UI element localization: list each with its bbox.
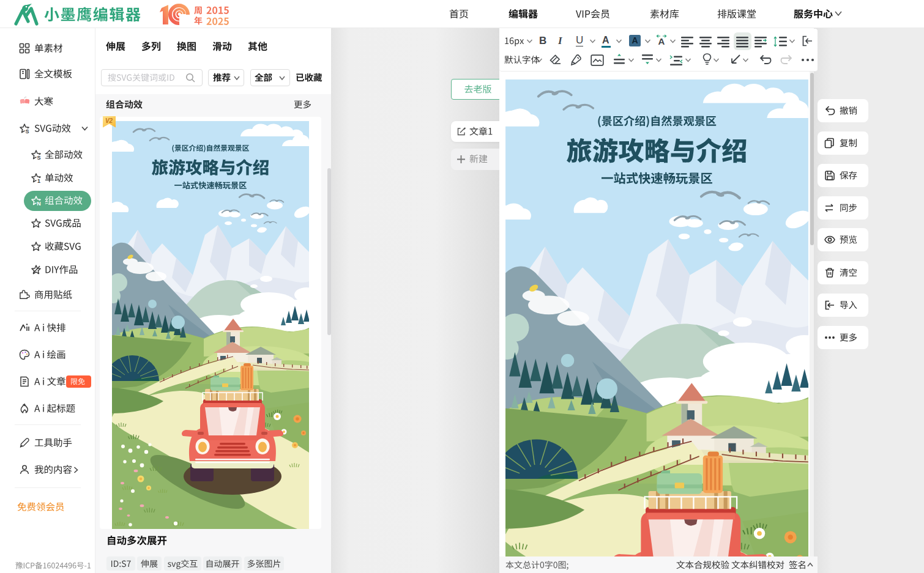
svg-text:N: N (37, 201, 41, 207)
svg-text:V2: V2 (105, 117, 113, 124)
svg-text:S: S (25, 128, 29, 135)
svg-text:1: 1 (37, 178, 40, 184)
svg-text:A: A (658, 36, 665, 46)
svg-text:S: S (37, 155, 40, 161)
